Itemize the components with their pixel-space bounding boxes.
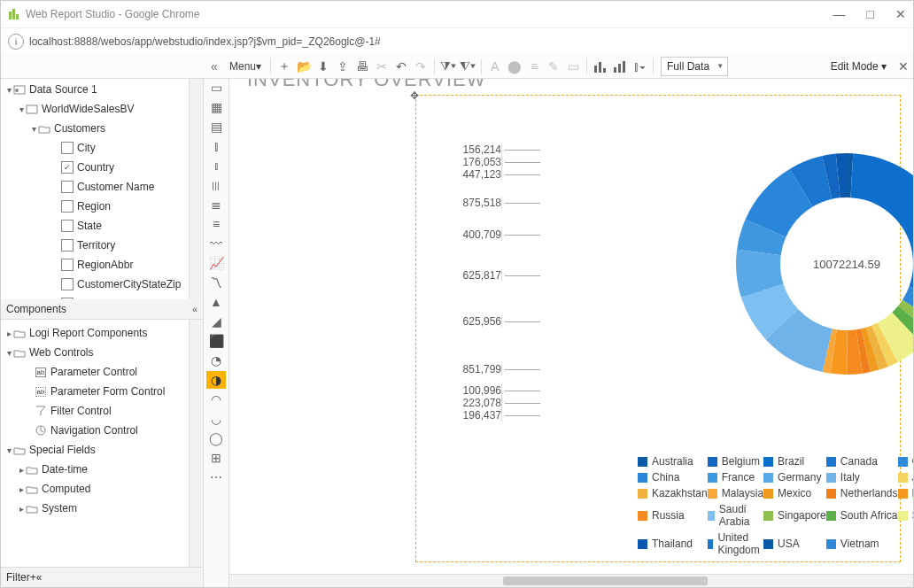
tree-node[interactable]: Customer Name: [1, 177, 189, 197]
palette-item[interactable]: ◢: [206, 313, 226, 330]
tree-node[interactable]: ▸System: [1, 499, 189, 518]
tree-node[interactable]: ▾ Data Source 1: [1, 80, 189, 99]
toggle-panel-icon[interactable]: «: [205, 57, 224, 76]
palette-item[interactable]: 📈: [206, 254, 226, 272]
filter-icon[interactable]: ⧨▾: [458, 57, 477, 76]
palette-item[interactable]: ⫼: [206, 176, 226, 194]
palette-item[interactable]: ▭: [206, 79, 226, 97]
chart-selection-frame[interactable]: ✥ 10072214.59 156,214176,053447,123875,5…: [415, 95, 901, 562]
tree-caret-icon[interactable]: ▸: [17, 504, 26, 514]
tree-node[interactable]: ✓ Country: [1, 158, 189, 177]
legend-label: Brazil: [778, 455, 804, 468]
tree-caret-icon[interactable]: ▾: [4, 445, 13, 455]
menu-dropdown[interactable]: Menu▾: [224, 60, 267, 73]
window-minimize-button[interactable]: —: [833, 7, 846, 21]
legend-swatch: [708, 539, 714, 549]
align-icon: ≡: [524, 57, 544, 76]
palette-item[interactable]: ◠: [206, 391, 226, 408]
palette-item[interactable]: ▲: [206, 293, 226, 311]
checkbox[interactable]: [61, 220, 74, 232]
components-scrollbar[interactable]: [189, 320, 203, 567]
edit-mode-dropdown[interactable]: Edit Mode ▾: [831, 60, 894, 73]
window-maximize-button[interactable]: □: [867, 7, 874, 21]
checkbox[interactable]: [61, 142, 74, 154]
checkbox[interactable]: [61, 239, 74, 251]
palette-item[interactable]: ⊞: [206, 449, 226, 467]
palette-item[interactable]: ▦: [206, 98, 226, 116]
legend-swatch: [708, 511, 715, 521]
checkbox[interactable]: [61, 181, 74, 193]
url-text[interactable]: localhost:8888/webos/app/webstudio/index…: [29, 35, 381, 48]
tree-node[interactable]: ▾ WorldWideSalesBV: [1, 99, 189, 119]
tree-node[interactable]: abParameter Control: [1, 362, 189, 382]
tree-node[interactable]: ▸Computed: [1, 479, 189, 499]
new-icon[interactable]: ＋: [275, 57, 294, 76]
checkbox[interactable]: ✓: [61, 161, 74, 174]
design-canvas[interactable]: INVENTORY OVERVIEW ✥ 10072214.59 156,214…: [229, 56, 913, 587]
tree-caret-icon[interactable]: ▾: [29, 124, 38, 134]
column-chart-icon[interactable]: [610, 57, 630, 76]
close-tab-icon[interactable]: ✕: [894, 57, 913, 76]
tree-caret-icon[interactable]: ▸: [17, 465, 26, 475]
tree-caret-icon[interactable]: ▾: [4, 85, 13, 95]
palette-item[interactable]: ⫾: [206, 157, 226, 174]
tree-node[interactable]: State: [1, 216, 189, 236]
move-handle-icon[interactable]: ✥: [410, 89, 421, 100]
tree-caret-icon[interactable]: ▸: [17, 484, 26, 494]
filter-settings-icon[interactable]: ⧩▾: [438, 57, 458, 76]
collapse-icon[interactable]: «: [36, 571, 43, 584]
legend-swatch: [638, 489, 647, 499]
tree-label: City: [77, 142, 96, 154]
tree-node[interactable]: Navigation Control: [1, 421, 189, 440]
tree-node[interactable]: City: [1, 138, 189, 158]
resources-tree[interactable]: ▾ Data Source 1 ▾ WorldWideSalesBV ▾ Cus…: [1, 76, 189, 299]
checkbox[interactable]: [61, 259, 74, 271]
palette-item[interactable]: ◑: [206, 371, 226, 389]
tree-caret-icon[interactable]: ▸: [4, 329, 13, 338]
palette-item[interactable]: ≡: [206, 215, 226, 233]
save-icon[interactable]: ⬇: [314, 57, 333, 76]
legend-swatch: [708, 473, 717, 483]
undo-icon[interactable]: ↶: [391, 57, 411, 76]
palette-item[interactable]: 〽: [206, 274, 226, 291]
donut-chart[interactable]: 10072214.59: [723, 140, 913, 388]
tree-node[interactable]: ▾Web Controls: [1, 343, 189, 362]
palette-item[interactable]: ◯: [206, 429, 226, 447]
print-icon[interactable]: 🖶: [352, 57, 372, 76]
palette-item[interactable]: 〰: [206, 235, 226, 252]
tree-node[interactable]: ▾Special Fields: [1, 440, 189, 460]
canvas-h-scrollbar[interactable]: [229, 574, 913, 587]
chart-options-icon[interactable]: ⫿▾: [630, 57, 649, 76]
tree-caret-icon[interactable]: ▾: [4, 348, 13, 358]
export-icon[interactable]: ⇪: [333, 57, 352, 76]
tree-node[interactable]: ▾ Customers: [1, 119, 189, 138]
tree-node[interactable]: abParameter Form Control: [1, 382, 189, 401]
tree-node[interactable]: CustomerCityStateZip: [1, 275, 189, 294]
resources-scrollbar[interactable]: [189, 76, 203, 299]
palette-item[interactable]: ⋯: [206, 468, 226, 486]
collapse-icon[interactable]: «: [192, 304, 198, 314]
window-close-button[interactable]: ✕: [895, 7, 906, 21]
site-info-icon[interactable]: i: [8, 34, 24, 50]
tree-node[interactable]: RegionAbbr: [1, 255, 189, 275]
data-mode-dropdown[interactable]: Full Data: [661, 57, 728, 76]
components-tree[interactable]: ▸Logi Report Components▾Web ControlsabPa…: [1, 320, 189, 567]
palette-item[interactable]: ▤: [206, 118, 226, 135]
tree-node[interactable]: ▸Logi Report Components: [1, 323, 189, 343]
checkbox[interactable]: [61, 200, 74, 213]
palette-item[interactable]: ⫿: [206, 137, 226, 155]
checkbox[interactable]: [61, 278, 74, 290]
node-icon: [13, 327, 26, 339]
open-icon[interactable]: 📂: [294, 57, 314, 76]
bar-chart-icon[interactable]: [591, 57, 610, 76]
tree-node[interactable]: Filter Control: [1, 401, 189, 421]
palette-item[interactable]: ≣: [206, 196, 226, 213]
tree-node[interactable]: ▸Date-time: [1, 460, 189, 479]
add-filter-icon[interactable]: +: [30, 571, 36, 584]
tree-node[interactable]: Territory: [1, 236, 189, 255]
tree-node[interactable]: Region: [1, 197, 189, 216]
palette-item[interactable]: ◔: [206, 352, 226, 369]
palette-item[interactable]: ◡: [206, 410, 226, 428]
tree-caret-icon[interactable]: ▾: [17, 104, 26, 114]
palette-item[interactable]: ⬛: [206, 332, 226, 350]
